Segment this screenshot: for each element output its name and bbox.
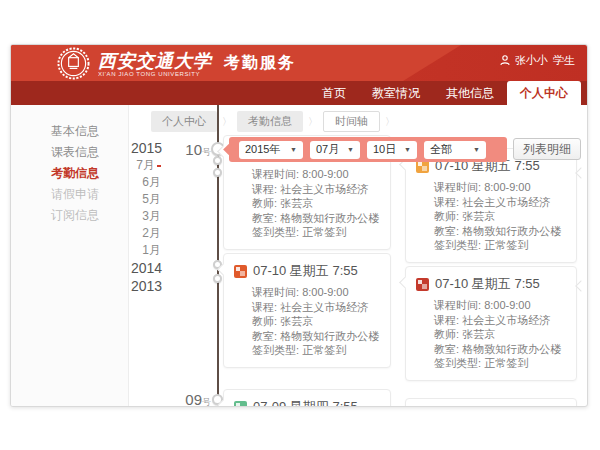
card-title: 07-10 星期五 7:55 (253, 262, 358, 280)
field-value-room: 格物致知行政办公楼 (280, 212, 379, 224)
field-label: 教室: (434, 225, 459, 237)
day-unit: 号 (202, 147, 211, 157)
field-value-teacher: 张芸京 (462, 210, 495, 222)
card-tail (575, 280, 586, 291)
attendance-type-icon (416, 278, 429, 291)
university-name-en: XI'AN JIAO TONG UNIVERSITY (98, 71, 212, 77)
field-value-teacher: 张芸京 (280, 315, 313, 327)
field-label: 课程时间: (252, 286, 299, 298)
day-marker-09: 09号 (169, 391, 211, 407)
field-value-sign-type: 正常签到 (302, 344, 346, 356)
yearnav-february[interactable]: 2月 (131, 225, 161, 242)
scope-dropdown-value: 全部 (430, 142, 452, 157)
attendance-type-icon (234, 401, 247, 408)
attendance-card: 07-09 星期四 7:55 (223, 389, 391, 407)
nav-classroom-status[interactable]: 教室情况 (359, 81, 433, 105)
field-value-sign-type: 正常签到 (484, 357, 528, 369)
field-value-course: 社会主义市场经济 (462, 196, 550, 208)
timeline-node[interactable] (213, 274, 222, 283)
timeline-node[interactable] (213, 168, 222, 177)
yearnav-2015[interactable]: 2015 (131, 139, 161, 157)
field-value-course-time: 8:00-9:00 (484, 181, 530, 193)
yearnav-january[interactable]: 1月 (131, 242, 161, 259)
scope-dropdown[interactable]: 全部 ▼ (424, 141, 486, 159)
field-label: 教师: (434, 328, 459, 340)
chevron-down-icon: ▼ (290, 146, 297, 153)
university-seal-icon (57, 47, 90, 80)
yearnav-may[interactable]: 5月 (131, 191, 161, 208)
year-dropdown[interactable]: 2015年 ▼ (239, 141, 303, 159)
year-dropdown-value: 2015年 (245, 142, 280, 157)
yearnav-march[interactable]: 3月 (131, 208, 161, 225)
day-number: 09 (185, 391, 202, 407)
nav-personal-center[interactable]: 个人中心 (507, 81, 581, 105)
field-label: 教室: (252, 212, 277, 224)
breadcrumb-timeline[interactable]: 时间轴 (323, 111, 380, 132)
chevron-down-icon: ▼ (347, 146, 354, 153)
list-detail-button[interactable]: 列表明细 (513, 138, 581, 160)
field-value-room: 格物致知行政办公楼 (280, 330, 379, 342)
field-value-teacher: 张芸京 (462, 328, 495, 340)
sidebar-item-basic-info[interactable]: 基本信息 (11, 121, 128, 142)
nav-other-info[interactable]: 其他信息 (433, 81, 507, 105)
filter-bar: 2015年 ▼ 07月 ▼ 10日 ▼ 全部 ▼ (229, 137, 507, 162)
field-label: 教师: (252, 315, 277, 327)
field-value-course-time: 8:00-9:00 (302, 286, 348, 298)
day-unit: 号 (202, 397, 211, 407)
chevron-down-icon: ▼ (404, 146, 411, 153)
day-marker-10: 10号 (169, 141, 211, 159)
attendance-card: 07-10 星期五 7:55 课程时间: 8:00-9:00 课程: 社会主义市… (405, 266, 577, 381)
yearnav-june[interactable]: 6月 (131, 174, 161, 191)
breadcrumb-separator-icon: 〉 (222, 115, 232, 129)
year-month-nav: 2015 7月 6月 5月 3月 2月 1月 2014 2013 (131, 139, 161, 295)
user-info[interactable]: 张小小 学生 (500, 53, 575, 68)
month-dropdown-value: 07月 (316, 142, 339, 157)
service-title: 考勤服务 (224, 53, 296, 74)
breadcrumb-separator-icon: 〉 (308, 115, 318, 129)
field-value-course: 社会主义市场经济 (280, 301, 368, 313)
breadcrumb-separator-icon: 〉 (385, 115, 395, 129)
breadcrumb-personal-center[interactable]: 个人中心 (151, 111, 217, 132)
field-label: 签到类型: (252, 344, 299, 356)
field-label: 课程时间: (434, 181, 481, 193)
user-icon (500, 55, 510, 66)
field-label: 课程时间: (434, 299, 481, 311)
card-tail (575, 167, 586, 178)
breadcrumb: 个人中心 〉 考勤信息 〉 时间轴 〉 (151, 111, 395, 132)
field-value-teacher: 张芸京 (280, 197, 313, 209)
yearnav-2013[interactable]: 2013 (131, 277, 161, 295)
yearnav-2014[interactable]: 2014 (131, 259, 161, 277)
user-name: 张小小 (515, 53, 548, 68)
breadcrumb-attendance-info[interactable]: 考勤信息 (237, 111, 303, 132)
field-label: 课程: (252, 183, 277, 195)
screenshot-canvas: 西安交通大学 XI'AN JIAO TONG UNIVERSITY 考勤服务 张… (0, 0, 600, 450)
card-title: 07-10 星期五 7:55 (435, 275, 540, 293)
field-label: 签到类型: (434, 357, 481, 369)
field-value-sign-type: 正常签到 (302, 226, 346, 238)
field-label: 教师: (252, 197, 277, 209)
day-dropdown[interactable]: 10日 ▼ (367, 141, 417, 159)
day-number: 10 (185, 141, 202, 158)
nav-home[interactable]: 首页 (309, 81, 359, 105)
sidebar-item-subscription-info[interactable]: 订阅信息 (11, 205, 128, 226)
month-dropdown[interactable]: 07月 ▼ (310, 141, 360, 159)
field-label: 教室: (252, 330, 277, 342)
university-logo-block: 西安交通大学 XI'AN JIAO TONG UNIVERSITY 考勤服务 (57, 47, 296, 80)
field-label: 课程: (434, 314, 459, 326)
field-value-course: 社会主义市场经济 (462, 314, 550, 326)
day-dropdown-value: 10日 (373, 142, 396, 157)
field-label: 签到类型: (434, 239, 481, 251)
card-title: 07-09 星期四 7:55 (253, 398, 358, 407)
field-value-course-time: 8:00-9:00 (484, 299, 530, 311)
sidebar-item-attendance-info[interactable]: 考勤信息 (11, 163, 128, 184)
field-value-course: 社会主义市场经济 (280, 183, 368, 195)
field-label: 签到类型: (252, 226, 299, 238)
user-role: 学生 (553, 53, 575, 68)
yearnav-july[interactable]: 7月 (131, 157, 161, 174)
timeline-node[interactable] (213, 156, 222, 165)
partial-card (405, 398, 577, 407)
sidebar-item-schedule-info[interactable]: 课表信息 (11, 142, 128, 163)
sidebar-item-leave-request[interactable]: 请假申请 (11, 184, 128, 205)
attendance-type-icon (234, 265, 247, 278)
main-nav: 首页 教室情况 其他信息 个人中心 (11, 81, 587, 105)
